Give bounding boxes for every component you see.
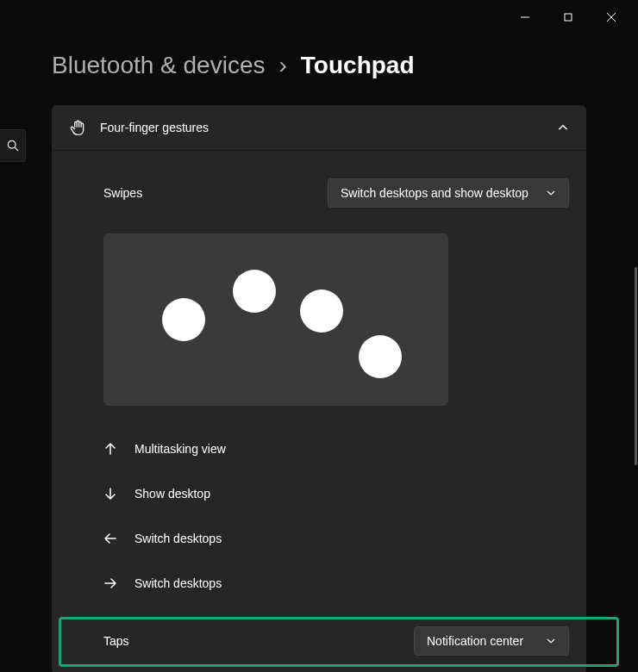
panel-title: Four-finger gestures <box>100 121 543 134</box>
window-titlebar <box>0 0 638 34</box>
chevron-down-icon <box>546 188 556 198</box>
swipes-label: Swipes <box>103 186 142 200</box>
finger-dot <box>300 289 343 333</box>
taps-dropdown[interactable]: Notification center <box>414 626 569 656</box>
breadcrumb-parent[interactable]: Bluetooth & devices <box>52 52 266 79</box>
minimize-button[interactable] <box>505 3 545 31</box>
finger-dot <box>162 298 205 341</box>
swipes-value: Switch desktops and show desktop <box>341 186 529 200</box>
swipe-right-label: Switch desktops <box>134 576 222 590</box>
search-button[interactable] <box>0 129 26 162</box>
breadcrumb: Bluetooth & devices › Touchpad <box>0 34 638 105</box>
swipe-up-item: Multitasking view <box>103 426 569 471</box>
finger-dot <box>233 270 276 313</box>
chevron-up-icon <box>557 121 569 134</box>
svg-rect-1 <box>565 14 572 21</box>
close-button[interactable] <box>591 3 631 31</box>
arrow-right-icon <box>103 576 117 590</box>
breadcrumb-separator: › <box>279 52 287 79</box>
panel-body: Swipes Switch desktops and show desktop <box>52 151 586 672</box>
panel-header[interactable]: Four-finger gestures <box>52 105 586 151</box>
svg-line-5 <box>15 147 18 151</box>
swipe-down-label: Show desktop <box>134 487 210 501</box>
breadcrumb-current: Touchpad <box>301 52 415 79</box>
maximize-button[interactable] <box>548 3 588 31</box>
hand-icon <box>69 119 86 136</box>
arrow-left-icon <box>103 532 117 545</box>
taps-label: Taps <box>103 634 129 648</box>
swipes-row: Swipes Switch desktops and show desktop <box>103 168 569 218</box>
swipe-down-item: Show desktop <box>103 471 569 516</box>
arrow-up-icon <box>103 442 117 456</box>
swipe-right-item: Switch desktops <box>103 561 569 606</box>
search-icon <box>7 140 19 152</box>
svg-point-4 <box>8 140 16 148</box>
finger-dot <box>359 335 402 378</box>
chevron-down-icon <box>546 636 556 646</box>
scrollbar[interactable] <box>635 267 637 465</box>
gesture-preview <box>103 233 448 406</box>
four-finger-gestures-panel: Four-finger gestures Swipes Switch deskt… <box>52 105 586 672</box>
swipe-left-item: Switch desktops <box>103 516 569 561</box>
taps-value: Notification center <box>427 634 523 648</box>
taps-row: Taps Notification center <box>103 606 569 666</box>
swipe-up-label: Multitasking view <box>134 442 226 456</box>
arrow-down-icon <box>103 487 117 501</box>
swipe-left-label: Switch desktops <box>134 532 222 545</box>
swipes-dropdown[interactable]: Switch desktops and show desktop <box>328 178 569 208</box>
